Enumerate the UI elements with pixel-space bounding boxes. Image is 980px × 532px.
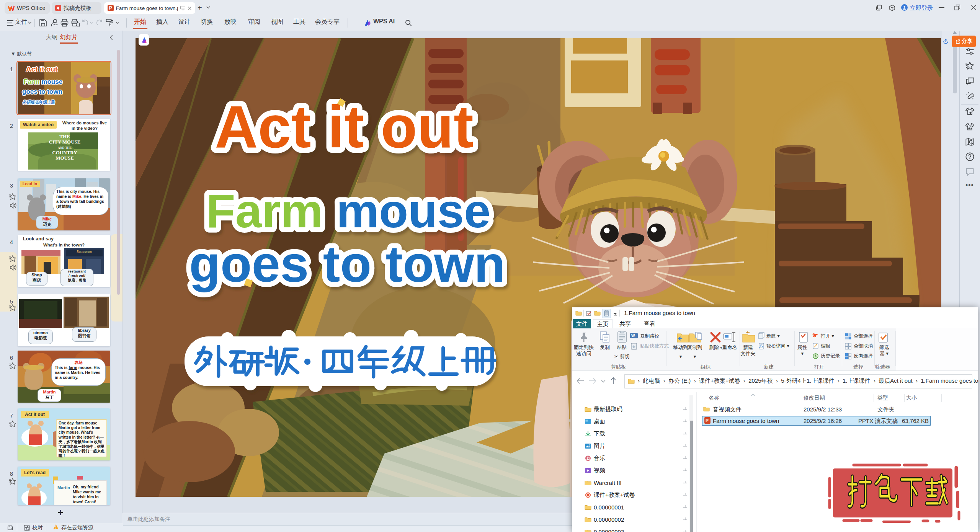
svg-text:W: W — [631, 334, 635, 338]
svg-text:W: W — [813, 333, 817, 338]
svg-text:P: P — [706, 418, 709, 423]
svg-text:goes to town: goes to town — [189, 235, 505, 292]
svg-text:Farm mouse: Farm mouse — [206, 184, 490, 237]
